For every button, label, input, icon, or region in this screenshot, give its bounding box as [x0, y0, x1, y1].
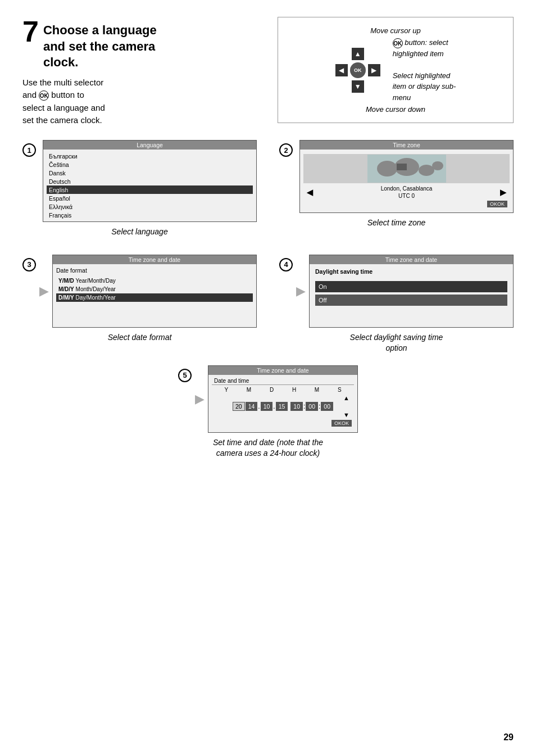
- dpad: ▲ ◀ OK ▶ ▼: [335, 48, 380, 93]
- timezone-screen-body: ◀ London, Casablanca UTC 0 ▶ OKOK: [300, 150, 513, 211]
- language-screen-title: Language: [43, 141, 256, 150]
- col-m2: M: [315, 387, 319, 393]
- dst-screen-container: 4 ▶ Time zone and date Daylight saving t…: [279, 255, 514, 328]
- controls-row: ▲ ◀ OK ▶ ▼ OK button: selecthighlighted …: [289, 37, 502, 103]
- arrow-right-4: ▶: [296, 284, 306, 298]
- dateformat-caption: Select date format: [108, 332, 172, 343]
- tz-nav-left: ◀: [307, 188, 313, 197]
- language-caption: Select language: [111, 227, 167, 238]
- svg-point-1: [377, 161, 397, 176]
- col-d: D: [270, 387, 274, 393]
- dst-option-on: On: [315, 281, 507, 292]
- hour-val: 10: [290, 402, 303, 411]
- svg-point-3: [419, 165, 434, 176]
- datetime-col-headers: Y M D H M S: [212, 385, 354, 395]
- page-number: 29: [503, 732, 514, 743]
- month-val: 10: [261, 402, 273, 411]
- map-area: [303, 154, 510, 183]
- datetime-screen: Time zone and date Date and time Y M D H…: [208, 365, 358, 433]
- col-h: H: [292, 387, 296, 393]
- tz-nav-right: ▶: [500, 188, 506, 197]
- col-s: S: [338, 387, 342, 393]
- day-val: 15: [276, 402, 288, 411]
- svg-point-4: [432, 161, 443, 170]
- list-item: Español: [47, 194, 253, 202]
- step-title: Choose a language and set the camera clo…: [43, 22, 157, 71]
- screenshots-grid: 1 Language Български Čeština Dansk Deuts…: [22, 140, 514, 354]
- col-m1: M: [247, 387, 251, 393]
- datetime-screen-body: Date and time Y M D H M S ▲ 20 14 . 10 .…: [208, 375, 357, 430]
- screenshot-language: 1 Language Български Čeština Dansk Deuts…: [22, 140, 257, 238]
- instruction-box: Move cursor up ▲ ◀ OK ▶ ▼ OK button: sel…: [169, 17, 514, 129]
- list-item: Français: [47, 211, 253, 219]
- datetime-ok-btn: OKOK: [331, 420, 352, 427]
- datetime-caption-text: Set time and date (note that the camera …: [213, 438, 323, 458]
- sep4: :: [319, 402, 320, 410]
- dpad-down-arrow: ▼: [352, 80, 364, 93]
- step-circle-1: 1: [22, 143, 36, 157]
- dpad-diagram: ▲ ◀ OK ▶ ▼: [335, 48, 380, 93]
- list-item: Ελληνικά: [47, 202, 253, 211]
- instructions-text: OK button: selecthighlighted item Select…: [393, 37, 456, 103]
- datetime-values-row: 20 14 . 10 . 15 10 : 00 : 00: [212, 401, 354, 411]
- language-screen-container: 1 Language Български Čeština Dansk Deuts…: [22, 140, 257, 222]
- step-number: 7: [22, 17, 39, 46]
- dpad-right-arrow: ▶: [368, 64, 380, 76]
- step-section: 7 Choose a language and set the camera c…: [22, 17, 169, 127]
- sep1: .: [258, 402, 260, 410]
- arrow-right-5: ▶: [195, 392, 205, 406]
- language-screen: Language Български Čeština Dansk Deutsch…: [43, 140, 257, 222]
- min-val: 00: [306, 402, 318, 411]
- datetime-subtitle: Date and time: [212, 377, 354, 385]
- dpad-left-arrow: ◀: [335, 64, 348, 76]
- step-description: Use the multi selector and OK button to …: [22, 76, 169, 127]
- screenshot-dst: 4 ▶ Time zone and date Daylight saving t…: [279, 255, 514, 354]
- sec-val: 00: [321, 402, 333, 411]
- arrow-right-3: ▶: [39, 284, 49, 298]
- dateformat-screen-title: Time zone and date: [53, 255, 256, 264]
- move-down-label: Move cursor down: [289, 105, 502, 114]
- list-item: M/D/Y Month/Day/Year: [56, 285, 253, 293]
- list-item: Y/M/D Year/Month/Day: [56, 277, 253, 285]
- datetime-screen-title: Time zone and date: [208, 366, 357, 375]
- tz-info: London, Casablanca UTC 0: [381, 185, 433, 199]
- datetime-ok-row: OKOK: [212, 418, 354, 428]
- ok-circle-inline: OK: [39, 90, 49, 101]
- dst-option-off: Off: [315, 295, 507, 306]
- language-list: Български Čeština Dansk Deutsch English …: [47, 152, 253, 219]
- list-item-selected: D/M/Y Day/Month/Year: [56, 293, 253, 302]
- dst-label: Daylight saving time: [313, 266, 510, 277]
- dst-screen-title: Time zone and date: [310, 255, 513, 264]
- select-desc: Select highlighteditem or display sub-me…: [393, 71, 456, 102]
- list-item: Dansk: [47, 169, 253, 177]
- dpad-center-ok: OK: [350, 62, 366, 78]
- step-circle-2: 2: [279, 143, 293, 157]
- dst-screen-body: Daylight saving time On Off: [310, 264, 513, 310]
- move-up-label: Move cursor up: [289, 26, 502, 35]
- dateformat-screen-body: Date format Y/M/D Year/Month/Day M/D/Y M…: [53, 264, 256, 304]
- ok-button-row: OKOK: [303, 199, 510, 209]
- screenshot-timezone: 2 Time zone: [279, 140, 514, 238]
- dst-screen: Time zone and date Daylight saving time …: [309, 255, 514, 328]
- down-arrow-row: ▼: [212, 411, 354, 418]
- list-item: Deutsch: [47, 177, 253, 185]
- date-format-label: Date format: [56, 266, 253, 274]
- map-svg: [367, 155, 446, 183]
- list-item-selected: English: [47, 185, 253, 194]
- timezone-screen: Time zone: [299, 140, 514, 213]
- col-y: Y: [224, 387, 228, 393]
- ok-circle-btn: OK: [393, 38, 403, 48]
- tz-utc: UTC 0: [381, 193, 433, 199]
- datetime-caption: Set time and date (note that the camera …: [22, 437, 514, 459]
- svg-rect-5: [397, 164, 407, 170]
- timezone-caption: Select time zone: [367, 218, 426, 229]
- tz-nav: ◀ London, Casablanca UTC 0 ▶: [303, 185, 510, 199]
- sep3: :: [303, 402, 305, 410]
- date-format-list: Y/M/D Year/Month/Day M/D/Y Month/Day/Yea…: [56, 277, 253, 302]
- screenshot-dateformat: 3 ▶ Time zone and date Date format Y/M/D…: [22, 255, 257, 354]
- language-screen-body: Български Čeština Dansk Deutsch English …: [43, 150, 256, 221]
- step-circle-4: 4: [279, 258, 293, 271]
- dst-caption: Select daylight saving timeoption: [350, 332, 443, 354]
- ok-button: OKOK: [487, 201, 507, 207]
- list-item: Български: [47, 152, 253, 160]
